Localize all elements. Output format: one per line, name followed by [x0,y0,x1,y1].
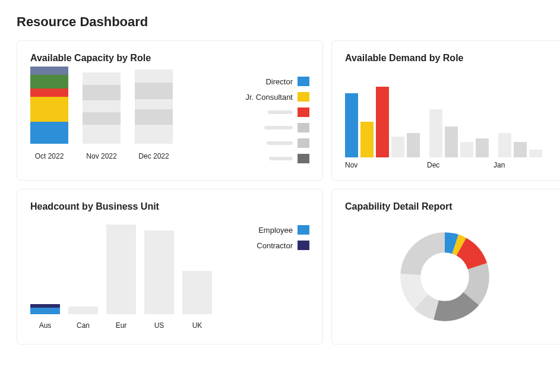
legend-swatch [298,92,309,102]
panel-demand: Available Demand by Role NovDecJan Busin… [331,40,560,181]
panel-demand-title: Available Demand by Role [345,53,560,64]
stacked-bar [30,304,60,314]
legend-stub [553,302,560,312]
demand-legend: Business AnalystIndustry ExpertProgram M… [553,74,560,154]
legend-row: Employee [220,225,309,235]
capacity-chart: Oct 2022Nov 2022Dec 2022 [30,74,212,160]
legend-stub [553,138,560,148]
legend-stub [220,108,309,117]
x-axis-label: US [154,321,164,330]
legend-row: Jr. Consultant [220,92,309,102]
bar [376,87,389,157]
headcount-chart: AusCanEurUSUK [30,223,212,330]
bar [345,93,358,157]
legend-swatch [298,225,309,235]
legend-swatch [298,77,309,86]
bar [391,137,404,157]
dashboard-grid: Available Capacity by Role Oct 2022Nov 2… [17,40,543,344]
bar [429,109,442,157]
headcount-legend: EmployeeContractor [220,223,309,256]
legend-stub [220,138,309,148]
legend-label: Employee [258,226,293,235]
legend-label: Director [265,77,293,86]
stacked-bar [30,67,68,144]
legend-row: Contractor [220,241,309,250]
legend-row: Industry Expert [553,92,560,102]
legend-stub [220,154,309,163]
capacity-legend: DirectorJr. Consultant [220,74,309,169]
bar [445,127,458,157]
x-axis-label: Aus [39,321,52,330]
legend-row: Demo Skills [553,225,560,235]
capability-legend: Demo SkillsGeneral SkillsIT Skills [553,223,560,333]
stacked-bar [182,271,212,314]
legend-row: IT Skills [553,256,560,265]
bar [407,133,420,157]
bar [498,133,511,157]
stacked-bar [83,72,121,144]
legend-row: Program Manager [553,108,560,117]
panel-headcount-title: Headcount by Business Unit [30,201,309,212]
x-axis-label: Oct 2022 [35,152,64,160]
bar [476,138,489,158]
x-axis-label: Dec [427,161,493,169]
panel-headcount: Headcount by Business Unit AusCanEurUSUK… [17,189,323,344]
legend-swatch [298,241,309,250]
panel-capability-title: Capability Detail Report [345,201,560,212]
stacked-bar [135,69,173,144]
x-axis-label: Can [77,321,90,330]
bar [460,142,473,157]
legend-row: Business Analyst [553,77,560,86]
panel-capacity: Available Capacity by Role Oct 2022Nov 2… [17,40,323,181]
x-axis-label: Jan [493,161,545,169]
bar [360,122,374,157]
x-axis-label: Nov [345,161,427,169]
legend-stub [553,318,560,327]
panel-capacity-title: Available Capacity by Role [30,53,309,64]
legend-stub [553,123,560,132]
legend-row: Director [220,77,309,86]
x-axis-label: UK [192,321,203,330]
stacked-bar [106,225,136,314]
legend-stub [553,287,560,296]
legend-stub [220,123,309,132]
legend-label: Jr. Consultant [246,93,293,102]
bar [514,142,527,157]
x-axis-label: Nov 2022 [86,152,116,160]
legend-label: Contractor [257,241,293,250]
bar [529,150,542,157]
panel-capability: Capability Detail Report Demo SkillsGene… [331,189,560,344]
capability-chart [345,223,545,327]
x-axis-label: Dec 2022 [138,152,169,160]
legend-stub [553,271,560,281]
stacked-bar [68,306,98,314]
demand-chart: NovDecJan [345,74,545,169]
x-axis-label: Eur [116,321,127,330]
stacked-bar [144,230,174,314]
page-title: Resource Dashboard [17,14,543,30]
legend-row: General Skills [553,241,560,250]
